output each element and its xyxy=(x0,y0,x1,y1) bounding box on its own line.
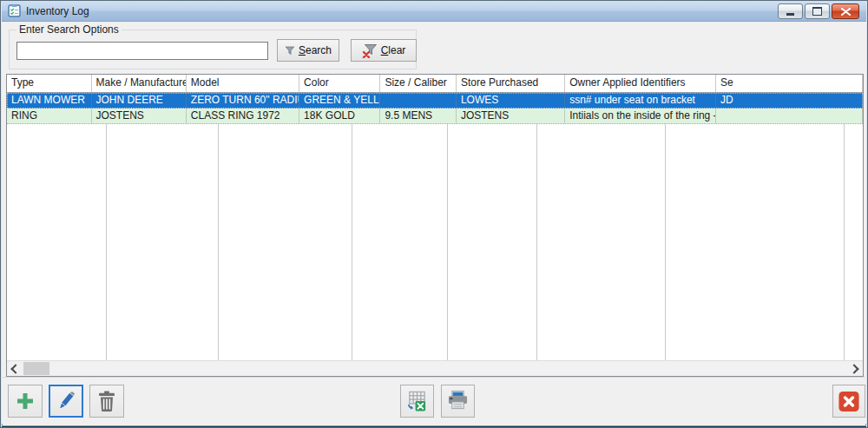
search-button[interactable]: Search xyxy=(277,39,339,62)
export-excel-icon xyxy=(406,390,428,412)
maximize-button[interactable] xyxy=(805,3,830,19)
column-header[interactable]: Se xyxy=(716,75,863,92)
column-header[interactable]: Size / Caliber xyxy=(380,75,456,92)
search-input[interactable] xyxy=(16,42,268,60)
filter-funnel-icon xyxy=(285,44,295,57)
grid-cell[interactable]: JOSTENS xyxy=(92,109,187,123)
grid-cell[interactable]: LAWN MOWER xyxy=(7,93,92,108)
grid-cell[interactable]: ZERO TURN 60" RADIUS xyxy=(187,93,299,108)
filter-clear-icon xyxy=(362,43,378,58)
exit-button[interactable] xyxy=(832,385,865,418)
search-groupbox: Enter Search Options Search Clear xyxy=(9,30,417,69)
grid-cell[interactable]: JD xyxy=(716,93,863,108)
plus-icon xyxy=(15,391,36,412)
minimize-button[interactable] xyxy=(778,3,803,19)
grid-cell[interactable]: Intiials on the inside of the ring - S.O xyxy=(565,109,716,123)
search-button-label: Search xyxy=(299,44,332,56)
grid-cell[interactable] xyxy=(380,93,456,108)
column-header[interactable]: Color xyxy=(299,75,380,92)
grid-cell[interactable]: ssn# under seat on bracket xyxy=(565,93,716,108)
bottom-toolbar xyxy=(3,377,865,425)
add-button[interactable] xyxy=(8,385,43,418)
horizontal-scrollbar[interactable] xyxy=(7,360,863,376)
inventory-grid: TypeMake / ManufacturerModelColorSize / … xyxy=(6,74,864,377)
maximize-icon xyxy=(812,7,822,16)
column-header[interactable]: Model xyxy=(187,75,299,92)
scroll-left-arrow[interactable] xyxy=(7,361,22,376)
grid-cell[interactable]: LOWES xyxy=(457,93,565,108)
export-excel-button[interactable] xyxy=(400,385,434,418)
window-close-button[interactable] xyxy=(832,3,859,19)
scroll-right-arrow[interactable] xyxy=(848,361,863,376)
close-icon xyxy=(841,8,851,16)
column-header[interactable]: Owner Applied Identifiers xyxy=(565,75,716,92)
search-group-label: Enter Search Options xyxy=(16,23,122,36)
column-header[interactable]: Store Purchased xyxy=(457,75,565,92)
scrollbar-thumb[interactable] xyxy=(23,362,49,375)
pencil-icon xyxy=(56,391,76,412)
grid-cell[interactable]: JOHN DEERE xyxy=(92,93,187,108)
chevron-right-icon xyxy=(849,364,858,373)
column-header[interactable]: Make / Manufacturer xyxy=(92,75,187,92)
inventory-log-window: Inventory Log Enter Search Options Searc… xyxy=(0,0,868,428)
grid-cell[interactable]: 18K GOLD xyxy=(299,109,380,123)
trash-icon xyxy=(97,391,116,412)
edit-button[interactable] xyxy=(49,385,83,418)
page-title: Inventory Log xyxy=(26,5,89,17)
print-button[interactable] xyxy=(441,385,475,418)
titlebar[interactable]: Inventory Log xyxy=(2,1,866,22)
table-row[interactable]: RINGJOSTENSCLASS RING 197218K GOLD9.5 ME… xyxy=(7,109,863,124)
inventory-grid-body: LAWN MOWERJOHN DEEREZERO TURN 60" RADIUS… xyxy=(7,93,863,124)
column-header[interactable]: Type xyxy=(7,75,92,92)
grid-cell[interactable]: RING xyxy=(7,109,92,123)
close-x-icon xyxy=(838,390,859,413)
table-row[interactable]: LAWN MOWERJOHN DEEREZERO TURN 60" RADIUS… xyxy=(7,93,863,109)
chevron-left-icon xyxy=(10,364,20,373)
grid-cell[interactable] xyxy=(716,109,863,123)
clear-button[interactable]: Clear xyxy=(351,39,417,62)
delete-button[interactable] xyxy=(89,385,124,418)
grid-cell[interactable]: JOSTENS xyxy=(457,109,565,123)
grid-header-row: TypeMake / ManufacturerModelColorSize / … xyxy=(7,75,863,93)
search-panel: Enter Search Options Search Clear xyxy=(3,22,866,73)
grid-cell[interactable]: 9.5 MENS xyxy=(380,109,456,123)
clear-button-label: Clear xyxy=(381,44,406,56)
clipboard-check-icon xyxy=(8,4,21,17)
printer-icon xyxy=(447,390,469,412)
grid-cell[interactable]: CLASS RING 1972 xyxy=(187,109,299,123)
grid-cell[interactable]: GREEN & YELLOW xyxy=(299,93,380,108)
minimize-icon xyxy=(786,13,794,16)
